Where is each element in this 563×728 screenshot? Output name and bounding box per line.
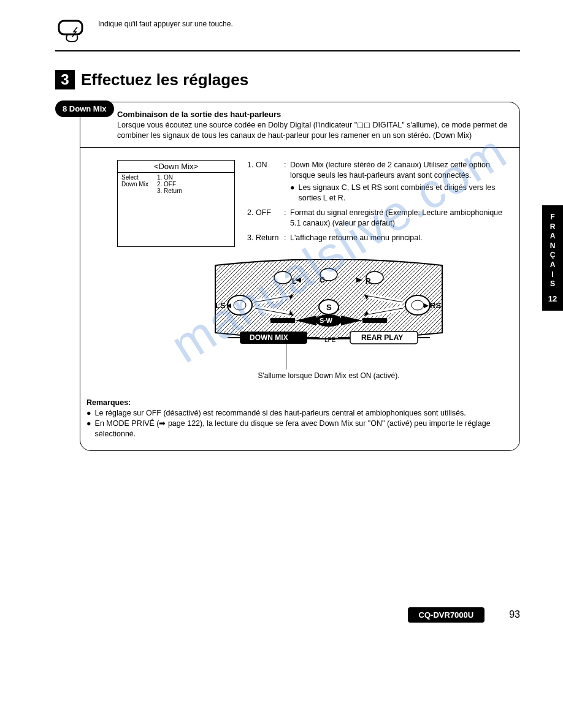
language-letters: F R A N Ç A I S xyxy=(542,213,563,289)
page-number: 93 xyxy=(509,609,520,620)
footer: CQ-DVR7000U 93 xyxy=(408,607,520,623)
bullet-icon: ● xyxy=(290,183,295,204)
bullet-text: Les signaux C, LS et RS sont combinés et… xyxy=(299,183,508,204)
option-num: 2. OFF xyxy=(247,208,284,229)
screen-row: 1. ON xyxy=(157,174,182,181)
divider xyxy=(55,50,520,51)
screen-row: 3. Return xyxy=(157,188,182,194)
remark-text: Le réglage sur OFF (désactivé) est recom… xyxy=(95,408,466,419)
step-title: Effectuez les réglages xyxy=(81,70,248,89)
thin-divider xyxy=(80,147,519,148)
option-text: L'affichage retourne au menu principal. xyxy=(290,233,508,244)
screen-right-col: 1. ON 2. OFF 3. Return xyxy=(157,174,182,194)
screen-row: Down Mix xyxy=(121,181,148,188)
lang-letter: R xyxy=(542,222,563,232)
lang-letter: A xyxy=(542,260,563,270)
language-tab: F R A N Ç A I S 12 xyxy=(542,205,563,311)
svg-rect-10 xyxy=(270,318,295,323)
colon: : xyxy=(284,233,290,244)
content-box: Combinaison de la sortie des haut-parleu… xyxy=(80,102,520,451)
label-downmix: DOWN MIX xyxy=(250,333,288,342)
svg-point-1 xyxy=(274,271,291,284)
section-intro: Lorsque vous écoutez une source codée en… xyxy=(117,120,508,141)
lang-letter: F xyxy=(542,213,563,222)
screen-row: 2. OFF xyxy=(157,181,182,188)
option-row: 3. Return : L'affichage retourne au menu… xyxy=(247,233,508,244)
svg-point-7 xyxy=(412,300,424,310)
remark-item: ● En MODE PRIVÉ (➡ page 122), la lecture… xyxy=(86,419,508,439)
speaker-diagram: L C R LS RS xyxy=(209,259,448,380)
lang-letter: N xyxy=(542,241,563,251)
label-S: S xyxy=(326,303,332,312)
label-LS: LS xyxy=(215,301,226,310)
svg-point-5 xyxy=(234,300,246,310)
header: Indique qu'il faut appuyer sur une touch… xyxy=(55,18,520,45)
step-heading: 3 Effectuez les réglages xyxy=(55,70,520,89)
colon: : xyxy=(284,208,290,229)
section-number: 12 xyxy=(542,294,563,305)
svg-rect-0 xyxy=(59,21,82,34)
svg-rect-11 xyxy=(362,318,387,323)
option-num: 1. ON xyxy=(247,160,284,204)
diagram-caption: S'allume lorsque Down Mix est ON (activé… xyxy=(209,371,448,380)
section-pill: 8 Down Mix xyxy=(55,100,114,117)
option-body: Down Mix (lecture stéréo de 2 canaux) Ut… xyxy=(290,160,508,204)
remark-text: En MODE PRIVÉ (➡ page 122), la lecture d… xyxy=(95,419,508,439)
label-RS: RS xyxy=(430,301,441,310)
lang-letter: I xyxy=(542,270,563,280)
bullet-icon: ● xyxy=(86,419,91,439)
option-text: Format du signal enregistré (Exemple: Le… xyxy=(290,208,508,229)
screen-row: Select xyxy=(121,174,148,181)
colon: : xyxy=(284,160,290,204)
screen-diagram: <Down Mix> Select Down Mix 1. ON 2. OFF … xyxy=(117,160,235,248)
touch-key-icon xyxy=(55,18,92,45)
label-L: L xyxy=(292,277,296,286)
step-number-badge: 3 xyxy=(55,70,75,89)
screen-title: <Down Mix> xyxy=(118,161,234,173)
remarks-title: Remarques: xyxy=(86,398,508,407)
remark-item: ● Le réglage sur OFF (désactivé) est rec… xyxy=(86,408,508,419)
option-row: 1. ON : Down Mix (lecture stéréo de 2 ca… xyxy=(247,160,508,204)
option-list: 1. ON : Down Mix (lecture stéréo de 2 ca… xyxy=(247,160,508,248)
section: 8 Down Mix Combinaison de la sortie des … xyxy=(80,102,520,451)
label-R: R xyxy=(366,277,371,286)
lang-letter: Ç xyxy=(542,251,563,260)
pointer-line xyxy=(286,339,286,370)
bullet-row: ● Les signaux C, LS et RS sont combinés … xyxy=(290,183,508,204)
manual-page: Indique qu'il faut appuyer sur une touch… xyxy=(0,0,563,476)
lang-letter: S xyxy=(542,279,563,289)
model-badge: CQ-DVR7000U xyxy=(408,607,485,623)
bullet-icon: ● xyxy=(86,408,91,419)
screen-left-col: Select Down Mix xyxy=(121,174,148,194)
label-C: C xyxy=(320,276,325,284)
option-num: 3. Return xyxy=(247,233,284,244)
two-column: <Down Mix> Select Down Mix 1. ON 2. OFF … xyxy=(117,160,508,248)
label-rearplay: REAR PLAY xyxy=(361,333,403,342)
header-text: Indique qu'il faut appuyer sur une touch… xyxy=(98,18,233,29)
speaker-diagram-svg: L C R LS RS xyxy=(209,259,448,351)
option-text: Down Mix (lecture stéréo de 2 canaux) Ut… xyxy=(290,161,490,180)
option-row: 2. OFF : Format du signal enregistré (Ex… xyxy=(247,208,508,229)
label-LFE: LFE xyxy=(324,336,336,343)
label-SW: S·W xyxy=(320,317,332,324)
remarks: Remarques: ● Le réglage sur OFF (désacti… xyxy=(86,398,508,439)
lang-letter: A xyxy=(542,232,563,241)
section-subtitle: Combinaison de la sortie des haut-parleu… xyxy=(117,110,508,119)
screen-body: Select Down Mix 1. ON 2. OFF 3. Return xyxy=(118,173,234,203)
